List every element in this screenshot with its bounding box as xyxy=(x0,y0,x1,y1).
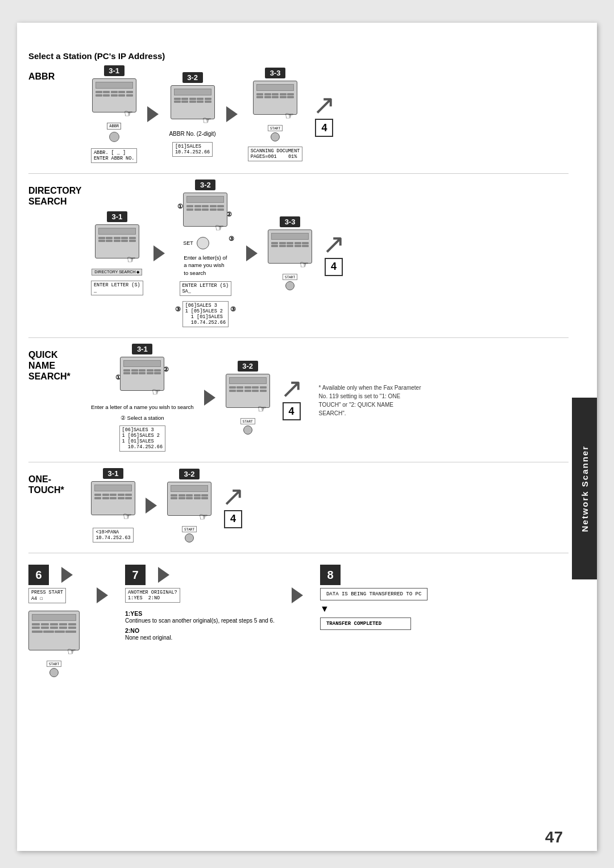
abbr-step4-area: ↗ 4 xyxy=(313,91,335,137)
abbr-screen-2: [01]SALES 10.74.252.66 xyxy=(172,142,213,157)
abbr-display: ABBR xyxy=(107,123,121,130)
abbr-step-3-3: 3-3 ☞ START xyxy=(248,68,303,161)
step-8-area: 8 DATA IS BEING TRANSFERRED TO PC ▼ TRAN… xyxy=(320,565,428,630)
qns-fax-1: ☞ xyxy=(120,357,164,391)
step-7-notes: 1:YES Continues to scan another original… xyxy=(125,610,275,642)
dir-list-screen: [06]SALES 3 1 [05]SALES 2 1 [01]SALES 10… xyxy=(182,301,229,327)
hand-icon-ot-2: ☞ xyxy=(199,511,208,523)
dir-step-3-3: 3-3 ☞ START xyxy=(268,216,312,290)
step-8-screen2: TRANSFER COMPLETED xyxy=(320,617,411,630)
circle-3-dir: ③ xyxy=(229,235,234,243)
dir-screen-2: ENTER LETTER (S) SA_ xyxy=(180,281,232,296)
abbr-no-note: ABBR No. (2-digit) xyxy=(169,131,215,137)
abbr-fax-1: ☞ ABBR xyxy=(92,78,136,143)
section-title: Select a Station (PC's IP Address) xyxy=(28,51,569,61)
step-7-screen: ANOTHER ORIGINAL? 1:YES 2:NO xyxy=(125,588,180,603)
abbr-label: ABBR xyxy=(28,65,91,82)
start-label-dir: START xyxy=(283,274,297,280)
circle-1-dir: ① xyxy=(177,203,183,210)
down-arrow-step8: ▼ xyxy=(320,604,329,614)
divider-1 xyxy=(28,173,569,174)
dir-step-badge-3-3: 3-3 xyxy=(280,216,300,227)
dir-search-steps: 3-1 ☞ DIRECTORY SEAR xyxy=(91,180,569,327)
ot-fax-2: ☞ START xyxy=(167,482,211,542)
start-circle-qns xyxy=(243,425,252,435)
ot-step4-area: ↗ 4 xyxy=(222,483,244,528)
arrow-1-2 xyxy=(147,106,159,122)
dir-search-btn: DIRECTORY SEARCH ◆ xyxy=(92,269,142,276)
no-desc: None next original. xyxy=(125,634,275,642)
qns-list-screen: [06]SALES 3 1 [05]SALES 2 1 [01]SALES 10… xyxy=(119,425,165,452)
set-btn xyxy=(197,237,209,249)
set-area: SET xyxy=(183,237,227,249)
start-circle-step6 xyxy=(49,668,59,677)
one-touch-row: ONE- TOUCH* 3-1 xyxy=(28,468,569,542)
start-circle-dir xyxy=(285,281,294,290)
dir-step-3-2: 3-2 ① ② ③ xyxy=(175,180,236,327)
qns-select-note: ② Select a station xyxy=(121,415,164,421)
yes-desc: Continues to scan another original(s), r… xyxy=(125,617,275,625)
step-4-badge-qns: 4 xyxy=(283,402,301,420)
no-label: 2:NO xyxy=(125,627,275,634)
step-6-area: 6 PRESS START A4 ☐ xyxy=(28,565,80,677)
content-area: Select a Station (PC's IP Address) ABBR … xyxy=(28,51,569,834)
start-label-qns: START xyxy=(240,418,255,424)
step-8-screen1: DATA IS BEING TRANSFERRED TO PC xyxy=(320,588,428,600)
qns-step-badge-3-1: 3-1 xyxy=(132,344,152,354)
hand-icon-ot-1: ☞ xyxy=(123,510,132,523)
ot-step-3-1: 3-1 ☞ <10>PANA 10.74.252.6 xyxy=(91,468,135,542)
step-7-header: 7 xyxy=(125,565,175,585)
abbr-row: ABBR 3-1 ☞ xyxy=(28,65,569,163)
hand-icon-dir-3: ☞ xyxy=(300,258,309,271)
dir-screen-1: ENTER LETTER (S) _ xyxy=(91,281,143,295)
diag-arrow-dir: ↗ xyxy=(322,231,345,258)
diag-arrow-qns: ↗ xyxy=(280,375,303,402)
qns-step4-area: ↗ 4 xyxy=(280,375,303,420)
dir-fax-3: ☞ START xyxy=(268,229,312,290)
start-label-step6: START xyxy=(47,661,61,667)
hand-icon-3: ☞ xyxy=(285,110,294,122)
dir-search-row: DIRECTORY SEARCH 3-1 xyxy=(28,180,569,327)
abbr-fax-2: ☞ ABBR No. (2-digit) xyxy=(169,85,215,137)
dir-step-badge-3-1: 3-1 xyxy=(107,211,127,222)
divider-4 xyxy=(28,553,569,553)
start-label-ot: START xyxy=(182,526,197,532)
circle-3-list-right: ③ xyxy=(230,306,236,313)
bottom-steps: 6 PRESS START A4 ☐ xyxy=(28,565,569,677)
arrow-2-3 xyxy=(226,106,238,122)
dir-arrow-2-3 xyxy=(246,245,258,261)
qns-fax-2: ☞ START xyxy=(226,374,270,435)
step-8-header: 8 xyxy=(320,565,344,585)
qns-arrow-1-2 xyxy=(204,390,215,406)
divider-2 xyxy=(28,337,569,338)
step-7-area: 7 ANOTHER ORIGINAL? 1:YES 2:NO 1:YES Con… xyxy=(125,565,275,642)
ot-step-badge-3-1: 3-1 xyxy=(103,468,123,479)
dir-step4-area: ↗ 4 xyxy=(322,231,345,276)
side-tab-label: Network Scanner xyxy=(580,445,590,532)
step-6-badge: 6 xyxy=(28,565,49,585)
arrow-7-8 xyxy=(292,587,303,603)
qns-enter-note: Enter a letter of a name you wish to sea… xyxy=(91,403,194,411)
abbr-circle-btn xyxy=(109,132,119,142)
hand-icon-dir-2: ☞ xyxy=(215,222,224,234)
divider-3 xyxy=(28,462,569,462)
step-6-arrow xyxy=(61,567,73,583)
dir-fax-2-area: ① ② ③ ☞ xyxy=(183,193,227,249)
diag-arrow-abbr: ↗ xyxy=(313,91,335,119)
qns-fax-1-area: ① ② ☞ xyxy=(120,357,164,391)
hand-icon-qns-2: ☞ xyxy=(258,403,267,415)
abbr-fax-3: ☞ START xyxy=(253,81,297,141)
abbr-step-3-1: 3-1 ☞ ABBR xyxy=(91,65,137,163)
one-touch-label: ONE- TOUCH* xyxy=(28,468,91,495)
dir-search-label: DIRECTORY SEARCH xyxy=(28,180,91,207)
step-4-badge-abbr: 4 xyxy=(315,119,333,137)
step-8-badge: 8 xyxy=(320,565,341,585)
step-badge-3-3: 3-3 xyxy=(265,68,285,78)
step-6-fax: ☞ START xyxy=(28,611,80,677)
step-6-screen: PRESS START A4 ☐ xyxy=(28,588,66,603)
arrow-6-7 xyxy=(97,587,108,603)
circle-3-list: ③ xyxy=(175,306,181,313)
ot-arrow-1-2 xyxy=(146,498,157,514)
ot-step-badge-3-2: 3-2 xyxy=(179,469,200,479)
dir-fax-2: ☞ xyxy=(183,193,227,227)
